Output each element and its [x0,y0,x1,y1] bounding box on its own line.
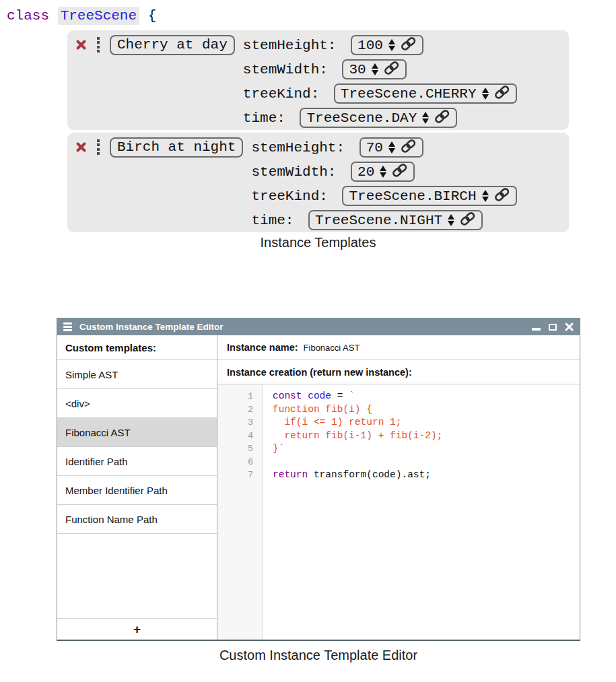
instance-name-label: Instance name: [227,342,298,353]
sidebar-item-div[interactable]: <div> [57,389,217,418]
instance-template-cherry: Cherry at day stemHeight: 100 stemWidth:… [67,30,569,130]
value-widget[interactable]: TreeScene.NIGHT [308,210,483,230]
code-line-6 [273,456,580,469]
field-label: stemHeight: [243,38,345,53]
stepper-icon[interactable] [372,63,378,75]
stepper-icon[interactable] [380,166,386,178]
custom-instance-template-editor-window: Custom Instance Template Editor Custom t… [57,318,580,641]
stepper-icon[interactable] [482,88,489,100]
window-title: Custom Instance Template Editor [79,322,224,332]
sidebar-item-identifier-path[interactable]: Identifier Path [57,447,217,476]
field-stemwidth: stemWidth: 30 [243,57,517,81]
field-time: time: TreeScene.NIGHT [251,208,516,232]
maximize-icon[interactable] [549,324,557,331]
field-label: stemWidth: [243,62,337,77]
instance-name-row: Instance name: Fibonacci AST [217,335,580,360]
field-treekind: treeKind: TreeScene.CHERRY [243,81,517,106]
instance-template-birch: Birch at night stemHeight: 70 stemWidth:… [67,133,569,232]
link-icon[interactable] [401,139,417,156]
field-stemwidth: stemWidth: 20 [251,160,516,184]
field-label: treeKind: [243,86,328,102]
field-time: time: TreeScene.DAY [243,106,517,130]
sidebar-item-fibonacci-ast[interactable]: Fibonacci AST [57,418,217,447]
code-line-1: const code = ` [273,390,580,403]
drag-handle-icon[interactable] [97,37,100,53]
drag-handle-icon[interactable] [97,139,100,156]
sidebar-item-simple-ast[interactable]: Simple AST [57,360,217,389]
code-editor[interactable]: 1 2 3 4 5 6 7 const code = ` function fi… [217,384,580,640]
field-label: stemWidth: [251,164,345,180]
field-label: time: [251,213,302,228]
value-widget[interactable]: TreeScene.DAY [300,108,457,128]
open-brace: { [139,8,156,24]
code-line-2: function fib(i) { [273,403,580,417]
code-line-7: return transform(code).ast; [273,469,580,482]
class-declaration-line: class TreeScene { [7,8,156,24]
field-label: treeKind: [251,189,336,204]
link-icon[interactable] [460,212,476,228]
bottom-caption: Custom Instance Template Editor [57,648,580,663]
template-name-button[interactable]: Birch at night [110,137,243,158]
top-caption: Instance Templates [67,235,569,250]
stepper-icon[interactable] [422,112,429,124]
menu-icon[interactable] [63,322,72,331]
value-widget[interactable]: TreeScene.BIRCH [342,186,516,206]
field-label: stemHeight: [251,140,353,156]
code-line-5: }` [273,442,580,456]
field-stemheight: stemHeight: 100 [243,33,517,57]
link-icon[interactable] [434,110,450,126]
value-widget[interactable]: TreeScene.CHERRY [334,83,517,104]
line-number-gutter: 1 2 3 4 5 6 7 [217,384,263,640]
field-treekind: treeKind: TreeScene.BIRCH [251,184,516,208]
delete-template-button[interactable] [75,39,87,50]
instance-creation-label: Instance creation (return new instance): [217,360,580,384]
link-icon[interactable] [494,188,510,204]
delete-template-button[interactable] [75,141,87,153]
code-pane[interactable]: const code = ` function fib(i) { if(i <=… [263,384,580,640]
code-line-4: return fib(i-1) + fib(i-2); [273,430,580,443]
add-template-button[interactable]: + [57,618,217,640]
keyword-class: class [7,8,49,24]
value-widget[interactable]: 100 [351,35,423,55]
close-icon[interactable] [565,322,574,331]
sidebar-header: Custom templates: [57,335,217,360]
field-label: time: [243,110,294,126]
field-stemheight: stemHeight: 70 [251,135,516,160]
instance-name-value[interactable]: Fibonacci AST [304,343,360,353]
value-widget[interactable]: 30 [342,59,406,79]
link-icon[interactable] [401,37,417,53]
class-name-token: TreeScene [58,7,139,25]
stepper-icon[interactable] [388,141,395,154]
sidebar-item-member-identifier-path[interactable]: Member Identifier Path [57,476,217,505]
stepper-icon[interactable] [448,214,454,226]
stepper-icon[interactable] [482,190,489,202]
link-icon[interactable] [384,61,400,77]
link-icon[interactable] [392,164,408,180]
window-titlebar: Custom Instance Template Editor [57,318,580,335]
templates-sidebar: Custom templates: Simple AST <div> Fibon… [57,335,217,640]
value-widget[interactable]: 70 [360,137,423,158]
minimize-icon[interactable] [532,328,541,331]
stepper-icon[interactable] [388,39,395,51]
template-name-button[interactable]: Cherry at day [110,35,235,55]
editor-main-panel: Instance name: Fibonacci AST Instance cr… [217,335,580,640]
value-widget[interactable]: 20 [351,162,415,182]
link-icon[interactable] [494,86,510,102]
code-line-3: if(i <= 1) return 1; [273,416,580,430]
sidebar-item-function-name-path[interactable]: Function Name Path [57,505,217,534]
